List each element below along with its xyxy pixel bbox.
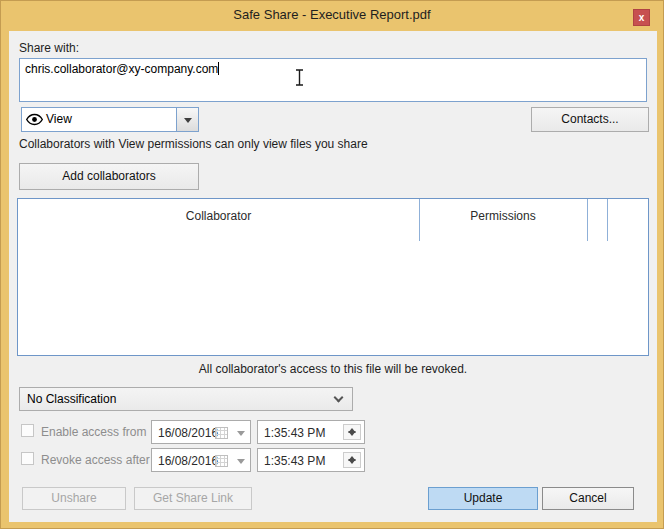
share-with-label: Share with:: [19, 41, 79, 55]
close-button[interactable]: x: [633, 9, 650, 26]
text-caret: [218, 62, 219, 75]
column-divider: [607, 199, 608, 241]
enable-access-time-value: 1:35:43 PM: [264, 426, 325, 440]
chevron-down-icon[interactable]: [237, 431, 245, 436]
share-recipients-input[interactable]: chris.collaborator@xy-company.com: [19, 58, 647, 102]
calendar-icon: [215, 427, 228, 439]
enable-access-time-picker[interactable]: 1:35:43 PM: [257, 420, 365, 444]
revoke-access-date-picker[interactable]: 16/08/2016: [151, 448, 251, 472]
revoke-access-time-value: 1:35:43 PM: [264, 454, 325, 468]
add-collaborators-button[interactable]: Add collaborators: [19, 163, 199, 190]
column-header-permissions[interactable]: Permissions: [419, 209, 587, 223]
get-share-link-button[interactable]: Get Share Link: [134, 487, 252, 510]
column-divider: [587, 199, 588, 241]
collaborators-table[interactable]: Collaborator Permissions: [17, 198, 649, 356]
spinner-down-icon[interactable]: [348, 459, 356, 464]
revoke-access-checkbox[interactable]: [21, 452, 34, 465]
enable-access-checkbox[interactable]: [21, 424, 34, 437]
permission-hint-text: Collaborators with View permissions can …: [19, 137, 368, 151]
chevron-down-icon: [184, 118, 192, 123]
column-header-collaborator[interactable]: Collaborator: [18, 209, 419, 223]
time-spinner[interactable]: [343, 452, 361, 468]
enable-access-label: Enable access from: [41, 425, 146, 439]
column-divider: [419, 199, 420, 241]
revoke-access-label: Revoke access after: [41, 453, 150, 467]
share-recipients-value: chris.collaborator@xy-company.com: [25, 62, 218, 76]
permission-dropdown-button[interactable]: [176, 108, 198, 131]
enable-access-date-picker[interactable]: 16/08/2016: [151, 420, 251, 444]
dialog-body: Share with: chris.collaborator@xy-compan…: [9, 31, 657, 522]
title-bar[interactable]: Safe Share - Executive Report.pdf x: [1, 1, 663, 31]
time-spinner[interactable]: [343, 424, 361, 440]
unshare-button[interactable]: Unshare: [22, 487, 126, 510]
chevron-down-icon[interactable]: [237, 459, 245, 464]
revoke-notice-text: All collaborator's access to this file w…: [9, 362, 657, 376]
eye-icon: [26, 113, 43, 126]
spinner-down-icon[interactable]: [348, 431, 356, 436]
revoke-access-date-value: 16/08/2016: [158, 454, 218, 468]
calendar-icon: [215, 455, 228, 467]
cancel-button[interactable]: Cancel: [542, 487, 634, 510]
window-title: Safe Share - Executive Report.pdf: [1, 7, 663, 22]
ibeam-cursor: [294, 69, 305, 86]
update-button[interactable]: Update: [428, 487, 538, 510]
revoke-access-time-picker[interactable]: 1:35:43 PM: [257, 448, 365, 472]
enable-access-date-value: 16/08/2016: [158, 426, 218, 440]
contacts-button[interactable]: Contacts...: [531, 107, 649, 132]
classification-selected-value: No Classification: [27, 392, 116, 406]
chevron-down-icon: [334, 393, 344, 403]
permission-select[interactable]: View: [21, 107, 199, 132]
dialog-window: Safe Share - Executive Report.pdf x Shar…: [0, 0, 664, 529]
permission-selected-value: View: [46, 112, 72, 126]
classification-select[interactable]: No Classification: [19, 387, 353, 411]
